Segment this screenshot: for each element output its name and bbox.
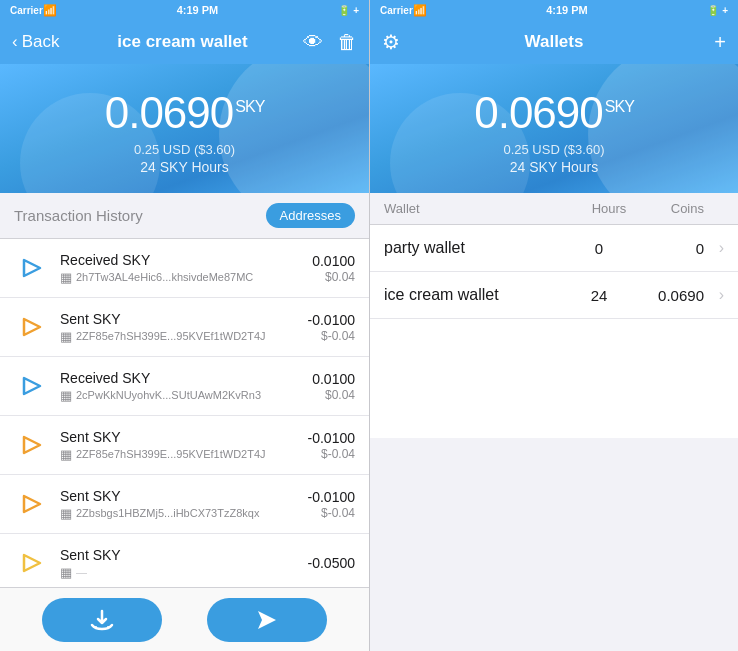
tx-amount-col: -0.0100 $-0.04 [308,489,355,520]
transaction-list: Received SKY ▦ 2h7Tw3AL4eHic6...khsivdeM… [0,239,369,587]
tx-usd: $0.04 [312,270,355,284]
right-time: 4:19 PM [427,4,707,16]
back-button[interactable]: ‹ Back [12,32,62,52]
sent-icon [14,486,50,522]
tx-amount-col: 0.0100 $0.04 [312,253,355,284]
svg-marker-3 [24,437,40,453]
tx-info: Sent SKY ▦ 2ZF85e7hSH399E...95KVEf1tWD2T… [60,311,298,344]
svg-point-6 [95,626,97,628]
left-balance-value: 0.0690 [105,88,234,137]
tx-section-header: Transaction History Addresses [0,193,369,239]
send-icon [254,607,280,633]
header-action-buttons: 👁 🗑 [303,31,357,54]
table-row[interactable]: Received SKY ▦ 2h7Tw3AL4eHic6...khsivdeM… [0,239,369,298]
wallet-hours: 0 [564,240,634,257]
svg-marker-8 [258,611,276,629]
tx-usd: $-0.04 [308,447,355,461]
tx-address-text: 2cPwKkNUyohvK...SUtUAwM2KvRn3 [76,389,261,401]
wallet-coins: 0.0690 [634,287,704,304]
wallet-list: party wallet 0 0 › ice cream wallet 24 0… [370,225,738,438]
left-wifi-icon: 📶 [43,4,57,17]
tx-section-title: Transaction History [14,207,143,224]
tx-info: Received SKY ▦ 2cPwKkNUyohvK...SUtUAwM2K… [60,370,302,403]
tx-address: ▦ 2ZF85e7hSH399E...95KVEf1tWD2T4J [60,329,298,344]
qr-icon: ▦ [60,388,72,403]
svg-point-7 [107,626,109,628]
right-battery-icon: 🔋 [707,5,719,16]
left-header: ‹ Back ice cream wallet 👁 🗑 [0,20,369,64]
right-balance-unit: SKY [605,98,634,115]
table-row[interactable]: Sent SKY ▦ 2Zbsbgs1HBZMj5...iHbCX73TzZ8k… [0,475,369,534]
left-balance-hours: 24 SKY Hours [140,159,228,175]
tx-address: ▦ 2ZF85e7hSH399E...95KVEf1tWD2T4J [60,447,298,462]
tx-label: Sent SKY [60,429,298,445]
table-row[interactable]: Sent SKY ▦ — -0.0500 [0,534,369,587]
col-wallet: Wallet [384,201,574,216]
received-icon [14,368,50,404]
tx-address-text: — [76,566,87,578]
left-balance-unit: SKY [235,98,264,115]
tx-amount-col: -0.0100 $-0.04 [308,312,355,343]
table-row[interactable]: Sent SKY ▦ 2ZF85e7hSH399E...95KVEf1tWD2T… [0,298,369,357]
tx-address: ▦ 2Zbsbgs1HBZMj5...iHbCX73TzZ8kqx [60,506,298,521]
left-carrier: Carrier [10,5,43,16]
trash-icon[interactable]: 🗑 [337,31,357,54]
left-hero: 0.0690SKY 0.25 USD ($3.60) 24 SKY Hours [0,64,369,193]
wallet-coins: 0 [634,240,704,257]
right-balance-usd: 0.25 USD ($3.60) [503,142,604,157]
right-balance-value: 0.0690 [474,88,603,137]
tx-label: Sent SKY [60,547,298,563]
tx-label: Received SKY [60,370,302,386]
sent-icon [14,309,50,345]
received-icon [14,250,50,286]
back-chevron-icon: ‹ [12,32,18,52]
gear-icon: ⚙ [382,30,400,54]
col-coins: Coins [644,201,724,216]
send-button[interactable] [207,598,327,642]
svg-marker-5 [24,555,40,571]
tx-label: Received SKY [60,252,302,268]
left-battery-plus: + [353,5,359,16]
tx-amount-col: 0.0100 $0.04 [312,371,355,402]
svg-marker-4 [24,496,40,512]
right-header-title: Wallets [432,32,676,52]
table-row[interactable]: Received SKY ▦ 2cPwKkNUyohvK...SUtUAwM2K… [0,357,369,416]
right-panel: Carrier 📶 4:19 PM 🔋 + ⚙ Wallets + 0.0690… [369,0,738,651]
receive-icon [89,607,115,633]
back-label: Back [22,32,60,52]
wallet-table-header: Wallet Hours Coins [370,193,738,225]
eye-icon[interactable]: 👁 [303,31,323,54]
tx-address-text: 2ZF85e7hSH399E...95KVEf1tWD2T4J [76,448,266,460]
qr-icon: ▦ [60,329,72,344]
qr-icon: ▦ [60,565,72,580]
table-row[interactable]: Sent SKY ▦ 2ZF85e7hSH399E...95KVEf1tWD2T… [0,416,369,475]
settings-button[interactable]: ⚙ [382,30,432,54]
receive-button[interactable] [42,598,162,642]
tx-address: ▦ — [60,565,298,580]
tx-address-text: 2h7Tw3AL4eHic6...khsivdeMe87MC [76,271,253,283]
tx-address: ▦ 2cPwKkNUyohvK...SUtUAwM2KvRn3 [60,388,302,403]
svg-marker-2 [24,378,40,394]
add-wallet-button[interactable]: + [676,31,726,54]
list-item[interactable]: ice cream wallet 24 0.0690 › [370,272,738,319]
tx-amount: -0.0100 [308,430,355,446]
tx-info: Sent SKY ▦ 2ZF85e7hSH399E...95KVEf1tWD2T… [60,429,298,462]
plus-icon: + [714,31,726,54]
qr-icon: ▦ [60,447,72,462]
right-balance-amount: 0.0690SKY [474,88,634,138]
tx-usd: $-0.04 [308,329,355,343]
left-balance-amount: 0.0690SKY [105,88,265,138]
chevron-right-icon: › [708,286,724,304]
left-status-icons: 🔋 + [338,5,359,16]
tx-amount-col: -0.0500 [308,555,355,572]
sent-icon [14,545,50,581]
tx-address-text: 2Zbsbgs1HBZMj5...iHbCX73TzZ8kqx [76,507,259,519]
left-battery-icon: 🔋 [338,5,350,16]
list-item[interactable]: party wallet 0 0 › [370,225,738,272]
tx-amount: -0.0500 [308,555,355,571]
left-balance-usd: 0.25 USD ($3.60) [134,142,235,157]
wallet-hours: 24 [564,287,634,304]
right-empty-space [370,438,738,651]
addresses-button[interactable]: Addresses [266,203,355,228]
tx-amount: 0.0100 [312,371,355,387]
